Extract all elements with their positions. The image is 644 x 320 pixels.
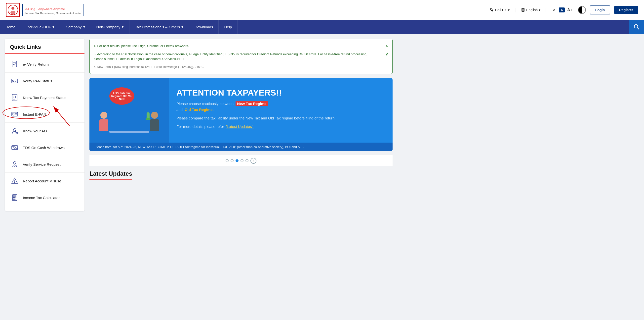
sidebar-label-tds-cash: TDS On Cash Withdrawal bbox=[23, 145, 66, 150]
sidebar-item-e-verify-return[interactable]: e- Verify Return bbox=[5, 56, 84, 73]
nav-noncompany-label: Non-Company bbox=[96, 25, 120, 29]
banner-footer: Please note, for A.Y. 2024-25, NEW TAX R… bbox=[90, 142, 392, 151]
slider-dot-2[interactable] bbox=[236, 159, 238, 162]
banner-content-area: ATTENTION TAXPAYERS!! Please choose caut… bbox=[169, 78, 392, 142]
nav-item-help[interactable]: Help bbox=[219, 20, 238, 34]
instant-epan-icon bbox=[10, 109, 20, 119]
notification-item-6: 6. New Form 1 (Now filing individuals) 1… bbox=[94, 63, 388, 71]
person-right-illustration bbox=[150, 112, 159, 131]
verify-service-icon bbox=[10, 159, 20, 169]
svg-line-10 bbox=[637, 28, 639, 29]
logo-subtitle: Income Tax Department, Government of Ind… bbox=[25, 12, 80, 15]
font-normal-button[interactable]: A bbox=[559, 8, 565, 13]
globe-icon bbox=[521, 8, 525, 12]
svg-point-26 bbox=[14, 128, 16, 131]
svg-point-14 bbox=[12, 80, 14, 82]
divider-1: | bbox=[514, 7, 516, 13]
report-misuse-icon bbox=[10, 176, 20, 186]
svg-point-19 bbox=[14, 96, 16, 98]
svg-point-29 bbox=[16, 133, 17, 133]
svg-point-1 bbox=[12, 7, 14, 10]
efiling-title: e-Filing Anywhere Anytime bbox=[25, 5, 80, 12]
svg-text:INDIA: INDIA bbox=[11, 14, 15, 15]
slider-dot-4[interactable] bbox=[246, 159, 248, 162]
slider-dots: ⏸ bbox=[90, 155, 392, 166]
notif-text-5: 5. According to the RBI Notification, in… bbox=[94, 52, 377, 61]
notif-expand-5[interactable]: ∨ bbox=[385, 52, 388, 57]
svg-point-39 bbox=[13, 198, 14, 198]
nav-taxpro-chevron: ▾ bbox=[181, 25, 183, 29]
notif-controls-5: ⏸ ∨ bbox=[380, 52, 388, 57]
sidebar-label-verify-service: Verify Service Request bbox=[23, 162, 60, 167]
svg-point-31 bbox=[14, 146, 16, 148]
nav-item-tax-professionals[interactable]: Tax Professionals & Others ▾ bbox=[130, 20, 189, 34]
sidebar-item-instant-epan[interactable]: Instant E-PAN bbox=[5, 106, 84, 123]
search-icon bbox=[634, 24, 639, 30]
nav-item-downloads[interactable]: Downloads bbox=[189, 20, 219, 34]
banner-title: ATTENTION TAXPAYERS!! bbox=[176, 88, 385, 97]
banner-line1: Please choose cautiously between bbox=[176, 101, 234, 106]
notification-item-5: 5. According to the RBI Notification, in… bbox=[94, 50, 388, 63]
sidebar-item-report-misuse[interactable]: Report Account Misuse bbox=[5, 173, 84, 189]
banner-inner: Let's Talk Tax Regime: Old Vs. New bbox=[90, 78, 392, 142]
nav-item-individual[interactable]: Individual/HUF ▾ bbox=[21, 20, 60, 34]
font-increase-button[interactable]: A+ bbox=[566, 7, 574, 13]
nav-company-label: Company bbox=[66, 25, 82, 29]
speech-bubble: Let's Talk Tax Regime: Old Vs. New bbox=[109, 87, 134, 105]
banner-latest-updates-link[interactable]: 'Latest Updates'. bbox=[226, 124, 254, 129]
language-selector[interactable]: English ▾ bbox=[521, 8, 540, 12]
login-button[interactable]: Login bbox=[590, 6, 610, 15]
svg-rect-23 bbox=[13, 113, 14, 115]
tax-calculator-icon bbox=[10, 193, 20, 202]
notif-collapse-4[interactable]: ∧ bbox=[385, 44, 388, 48]
main-content: 4. For best results, please use Edge, Ch… bbox=[84, 39, 392, 211]
e-verify-return-icon bbox=[10, 60, 20, 69]
banner-body-2: Please compare the tax liability under t… bbox=[176, 115, 385, 121]
logo-emblem: INDIA bbox=[6, 3, 20, 17]
sidebar-item-tds-cash[interactable]: TDS On Cash Withdrawal bbox=[5, 139, 84, 156]
sidebar-item-tax-payment-status[interactable]: Know Tax Payment Status bbox=[5, 89, 84, 106]
sidebar-item-verify-pan[interactable]: Verify PAN Status bbox=[5, 73, 84, 89]
font-decrease-button[interactable]: A- bbox=[552, 8, 558, 12]
know-ao-icon bbox=[10, 126, 20, 136]
nav-item-noncompany[interactable]: Non-Company ▾ bbox=[91, 20, 130, 34]
top-right-controls: Call Us ▾ | English ▾ | A- A A+ Login Re… bbox=[490, 6, 638, 15]
sidebar-label-verify-pan: Verify PAN Status bbox=[23, 79, 52, 83]
font-size-controls: A- A A+ bbox=[552, 7, 574, 13]
latest-updates-section: Latest Updates bbox=[90, 170, 392, 180]
sidebar-item-verify-service[interactable]: Verify Service Request bbox=[5, 156, 84, 173]
call-us-button[interactable]: Call Us ▾ bbox=[490, 8, 510, 12]
notification-item-4: 4. For best results, please use Edge, Ch… bbox=[94, 42, 388, 50]
banner-link-prefix: For more details please refer bbox=[176, 124, 224, 129]
nav-item-home[interactable]: Home bbox=[0, 20, 21, 34]
notif-pause-5[interactable]: ⏸ bbox=[380, 52, 383, 56]
contrast-button[interactable] bbox=[578, 6, 586, 14]
svg-point-34 bbox=[14, 162, 16, 164]
person-left-illustration bbox=[100, 112, 108, 131]
slider-dot-0[interactable] bbox=[226, 159, 228, 162]
svg-point-41 bbox=[16, 198, 16, 198]
latest-updates-title: Latest Updates bbox=[90, 170, 132, 180]
top-bar: INDIA e-Filing Anywhere Anytime Income T… bbox=[0, 0, 644, 20]
slider-dot-3[interactable] bbox=[240, 159, 244, 162]
search-button[interactable] bbox=[629, 20, 644, 34]
sidebar-item-know-ao[interactable]: Know Your AO bbox=[5, 123, 84, 139]
banner-illustration-area: Let's Talk Tax Regime: Old Vs. New bbox=[90, 78, 169, 142]
svg-point-44 bbox=[16, 199, 16, 199]
language-label: English bbox=[526, 8, 538, 12]
svg-point-43 bbox=[14, 199, 15, 199]
nav-taxpro-label: Tax Professionals & Others bbox=[135, 25, 180, 29]
call-us-label: Call Us bbox=[495, 8, 506, 12]
tagline: Anywhere Anytime bbox=[38, 7, 65, 11]
nav-item-company[interactable]: Company ▾ bbox=[60, 20, 91, 34]
banner-highlight1: New Tax Regime bbox=[236, 101, 268, 106]
sidebar-item-tax-calculator[interactable]: Income Tax Calculator bbox=[5, 189, 84, 206]
sidebar-label-tax-calculator: Income Tax Calculator bbox=[23, 196, 60, 200]
slider-pause-button[interactable]: ⏸ bbox=[250, 158, 256, 164]
tds-cash-icon bbox=[10, 143, 20, 152]
slider-dot-1[interactable] bbox=[230, 159, 234, 162]
nav-noncompany-chevron: ▾ bbox=[122, 25, 124, 29]
logo-area: INDIA e-Filing Anywhere Anytime Income T… bbox=[6, 3, 84, 17]
register-button[interactable]: Register bbox=[614, 6, 638, 14]
phone-icon bbox=[490, 8, 494, 12]
